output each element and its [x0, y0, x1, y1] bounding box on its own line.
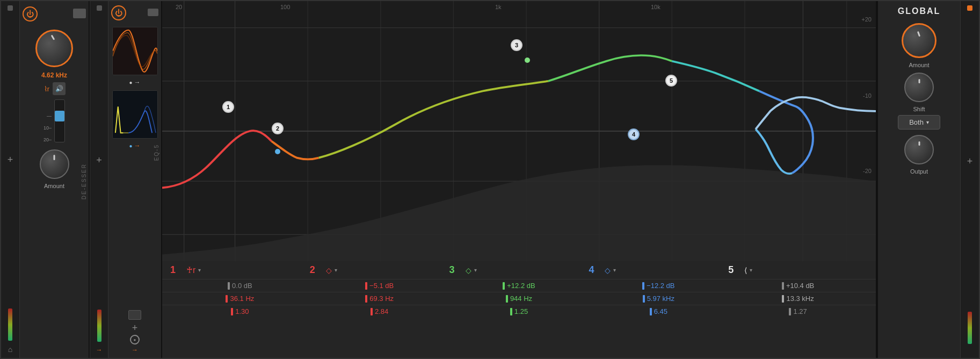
eq-node-3[interactable]: 3: [511, 39, 522, 51]
band-1-num[interactable]: 1: [170, 264, 184, 276]
band-5-shape[interactable]: ⟨: [744, 266, 747, 275]
left-indicator: [8, 5, 13, 11]
band-2-freq-meter: [365, 295, 367, 303]
band-3-freq-meter: [506, 295, 508, 303]
eq5-power-btn[interactable]: ⏻: [111, 5, 126, 20]
band-2-shape[interactable]: ◇: [326, 266, 332, 275]
deesser-panel: ⏻ 4.62 kHz ⌇r 🔊 — 10– 20– Amount DE-ESSE…: [20, 1, 90, 358]
filter-slope-icon[interactable]: ⌇r: [43, 84, 50, 94]
band-1-db[interactable]: 0.0 dB: [232, 282, 252, 290]
eq5-bottom-arrow[interactable]: ● →: [129, 142, 140, 149]
global-title: GLOBAL: [898, 6, 941, 16]
eq-node-4[interactable]: 4: [628, 128, 640, 140]
right-deesser-key[interactable]: →: [96, 346, 103, 354]
band-1-q-meter: [231, 308, 233, 315]
fader-section: — 10– 20–: [43, 99, 65, 142]
left-add-btn[interactable]: +: [5, 154, 16, 165]
band-2-dropdown[interactable]: ▾: [335, 267, 337, 273]
eq-display[interactable]: 20 100 1k 10k +20 -10 -20: [162, 1, 876, 261]
band-1-freq[interactable]: 36.1 Hz: [230, 295, 254, 303]
band-3-shape[interactable]: ◇: [466, 266, 471, 275]
eq-node-dot-2[interactable]: [275, 149, 280, 154]
band-5-db-meter: [782, 282, 784, 290]
deesser-power-btn[interactable]: ⏻: [23, 6, 38, 21]
band-4-freq-meter: [643, 295, 645, 303]
eq-node-dot-3[interactable]: [525, 58, 530, 63]
plugin-container: + ⌂ ⏻ 4.62 kHz ⌇r 🔊 — 10– 20–: [0, 0, 980, 359]
band-3-dropdown[interactable]: ▾: [474, 267, 477, 273]
eq-node-5[interactable]: 5: [665, 75, 677, 87]
band-4-num[interactable]: 4: [589, 264, 602, 276]
eq5-bottom-display: [112, 90, 158, 139]
band-3-q-meter: [510, 308, 512, 315]
band-5-q[interactable]: 1.27: [793, 307, 807, 315]
band-2-q[interactable]: 2.84: [375, 307, 388, 315]
eq-node-2[interactable]: 2: [272, 123, 284, 134]
band-3-q[interactable]: 1.25: [514, 307, 528, 315]
band-4-db[interactable]: −12.2 dB: [647, 282, 674, 290]
right-add-btn[interactable]: +: [964, 156, 975, 167]
band-5-freq[interactable]: 13.3 kHz: [786, 295, 814, 303]
band-2-freq[interactable]: 69.3 Hz: [369, 295, 394, 303]
deesser-amount-label: Amount: [44, 183, 64, 189]
right-indicator-orange: [967, 5, 972, 11]
right-key-icon: [967, 348, 972, 354]
band-4-freq[interactable]: 5.97 kHz: [647, 295, 674, 303]
band-4-dropdown[interactable]: ▾: [613, 267, 616, 273]
global-output-knob[interactable]: [904, 135, 934, 164]
band-1-q[interactable]: 1.30: [235, 307, 249, 315]
deesser-amount-knob[interactable]: [40, 149, 69, 179]
eq5-panel: ⏻ ● → ● →: [108, 1, 162, 358]
band-2-num[interactable]: 2: [310, 264, 323, 276]
eq5-window-btn[interactable]: [128, 310, 141, 320]
band-5-header: 5 ⟨ ▾: [728, 264, 868, 276]
deesser-speaker-btn[interactable]: 🔊: [53, 82, 66, 95]
right-deesser-add-btn[interactable]: +: [94, 155, 105, 166]
band-4-header: 4 ◇ ▾: [589, 264, 728, 276]
global-output-label: Output: [910, 168, 928, 175]
eq5-arrow-out[interactable]: →: [132, 346, 138, 354]
deesser-knob[interactable]: [35, 30, 73, 67]
deesser-folder-btn[interactable]: [73, 9, 86, 18]
global-both-btn[interactable]: Both ▾: [898, 115, 940, 130]
eq5-circle-btn[interactable]: ●: [130, 335, 140, 344]
fader-track[interactable]: [54, 99, 65, 142]
band-2-db[interactable]: −5.1 dB: [369, 282, 394, 290]
eq5-top-arrow[interactable]: ● →: [129, 78, 140, 86]
band-5-dropdown[interactable]: ▾: [750, 267, 752, 273]
global-amount-knob[interactable]: [902, 23, 937, 58]
left-key-icon[interactable]: ⌂: [8, 345, 12, 354]
deesser-label-vertical: DE-ESSER: [81, 163, 87, 199]
band-3-freq[interactable]: 944 Hz: [510, 295, 532, 303]
band-3-db[interactable]: +12.2 dB: [507, 282, 535, 290]
band-5-db[interactable]: +10.4 dB: [786, 282, 814, 290]
global-shift-knob[interactable]: [904, 73, 934, 102]
band-3-num[interactable]: 3: [449, 264, 463, 276]
deesser-freq-label: 4.62 kHz: [41, 71, 67, 79]
band-1-db-meter: [228, 282, 230, 290]
eq5-folder-btn[interactable]: [148, 9, 158, 16]
eq-main: 20 100 1k 10k +20 -10 -20: [162, 1, 877, 358]
global-amount-label: Amount: [909, 62, 930, 68]
band-1-shape[interactable]: ♰r: [186, 265, 195, 275]
eq5-add-btn[interactable]: +: [129, 322, 140, 333]
band-4-q[interactable]: 6.45: [654, 307, 667, 315]
fader-labels: — 10– 20–: [43, 113, 52, 142]
q-row: 1.30 2.84 1.25 6.45 1.27: [162, 305, 876, 318]
right-meter: [968, 312, 972, 344]
band-5-num[interactable]: 5: [728, 264, 742, 276]
eq-node-1[interactable]: 1: [222, 101, 234, 113]
right-deesser-indicator: [97, 5, 102, 11]
right-deesser-meter: [97, 310, 101, 342]
band-1-dropdown[interactable]: ▾: [198, 267, 201, 273]
band-header-row: 1 ♰r ▾ 2 ◇ ▾ 3 ◇ ▾ 4: [162, 261, 876, 279]
global-shift-label: Shift: [913, 106, 925, 112]
fader-thumb[interactable]: [55, 111, 64, 121]
band-4-db-meter: [642, 282, 644, 290]
band-5-freq-meter: [782, 295, 784, 303]
band-4-shape[interactable]: ◇: [605, 266, 611, 275]
eq5-top-display: [112, 27, 158, 75]
band-5-q-meter: [789, 308, 791, 315]
band-2-header: 2 ◇ ▾: [310, 264, 449, 276]
left-meter: [8, 308, 12, 341]
